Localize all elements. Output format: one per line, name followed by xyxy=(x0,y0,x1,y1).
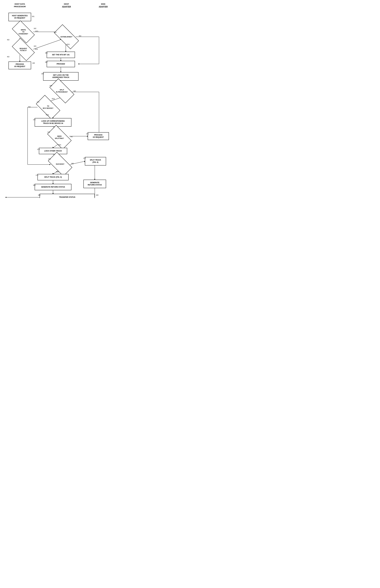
diagram-container: HOST DATAPROCESSOR HOSTADAPTER DISKADAPT… xyxy=(0,0,127,198)
node-170: PROCESSI/O REQUEST xyxy=(88,132,109,140)
label-yes-175: YES xyxy=(56,171,59,172)
svg-marker-53 xyxy=(78,63,79,64)
ref-162: 162 xyxy=(34,28,36,29)
ref-171: 171 xyxy=(37,101,39,103)
label-no-163: NO xyxy=(7,56,9,57)
ref-177: 177 xyxy=(83,157,86,159)
node-174: LOCK OTHER TRACK xyxy=(39,148,67,154)
node-180: GENERATE RETURN STATUS xyxy=(35,184,71,190)
ref-180: 180 xyxy=(33,184,36,186)
node-162: WRITETOSTANDARD? xyxy=(13,26,33,38)
label-no-162: NO xyxy=(7,39,9,41)
label-yes-162: YES xyxy=(35,30,38,32)
col-host-adapter: HOSTADAPTER xyxy=(55,3,78,8)
ref-163: 163 xyxy=(34,45,36,47)
node-166: SET THE NTS BIT 141 xyxy=(47,52,75,58)
node-181: TRANSFER STATUS xyxy=(39,194,95,198)
label-yes-171: YES xyxy=(46,114,49,116)
ref-169: 169 xyxy=(50,85,52,87)
ref-175: 175 xyxy=(48,158,51,160)
node-177: SPLIT TRACK(FIG. 6) xyxy=(85,157,106,166)
node-165: PROCESSI/O REQUEST xyxy=(8,61,31,69)
ref-176: 176 xyxy=(36,174,38,176)
node-161: HOST GENERATESI/O REQUEST xyxy=(8,13,31,21)
node-168: GET LOCK ON THEADDRESSED TRACK xyxy=(43,72,78,81)
ref-164: 164 xyxy=(54,31,56,33)
node-173: NEEDSPLITTING? xyxy=(49,131,70,143)
ref-173: 173 xyxy=(47,131,50,133)
label-yes-163: YES xyxy=(35,48,38,50)
ref-166: 166 xyxy=(45,52,48,54)
ref-174: 174 xyxy=(37,149,39,150)
col-disk-adapter: DISKADAPTER xyxy=(92,3,114,8)
col-host-data-processor: HOST DATAPROCESSOR xyxy=(7,3,33,8)
ref-168: 168 xyxy=(41,73,44,75)
ref-172: 172 xyxy=(33,119,36,120)
ref-181: 181 xyxy=(38,194,40,196)
label-yes-164: YES xyxy=(66,44,70,45)
node-169: SPLITIN PROGRESS? xyxy=(51,85,73,97)
label-no-171: NO xyxy=(28,106,31,108)
ref-182: 182 xyxy=(96,194,98,196)
label-no-173: NO xyxy=(70,136,73,137)
label-no-169: NO xyxy=(74,90,76,92)
node-176: SPLIT TRACK (FIG. 6) xyxy=(38,174,69,180)
label-no-175: NO xyxy=(71,163,74,164)
label-yes-169: YES xyxy=(52,98,55,100)
node-171: TOBCV DEVICE? xyxy=(38,101,59,113)
node-163: REQUESTTO BCV? xyxy=(13,44,33,55)
label-no-164: NO xyxy=(79,35,81,37)
node-175: SUCCESS? xyxy=(50,158,71,170)
ref-165: 165 xyxy=(32,62,35,64)
node-164: ESTABLISHED? xyxy=(55,31,78,42)
node-167: PROCEED xyxy=(47,61,75,67)
node-generate-return-status-right: GENERATERETURN STATUS xyxy=(83,180,106,188)
ref-170: 170 xyxy=(86,133,89,135)
ref-161: 161 xyxy=(32,16,34,17)
label-yes-173: YES xyxy=(58,144,61,146)
svg-marker-50 xyxy=(5,197,6,198)
ref-167: 167 xyxy=(45,61,48,63)
node-172: LOOK UP CORRESPONDINGTRACK IN M1 DEVICE … xyxy=(35,118,71,127)
